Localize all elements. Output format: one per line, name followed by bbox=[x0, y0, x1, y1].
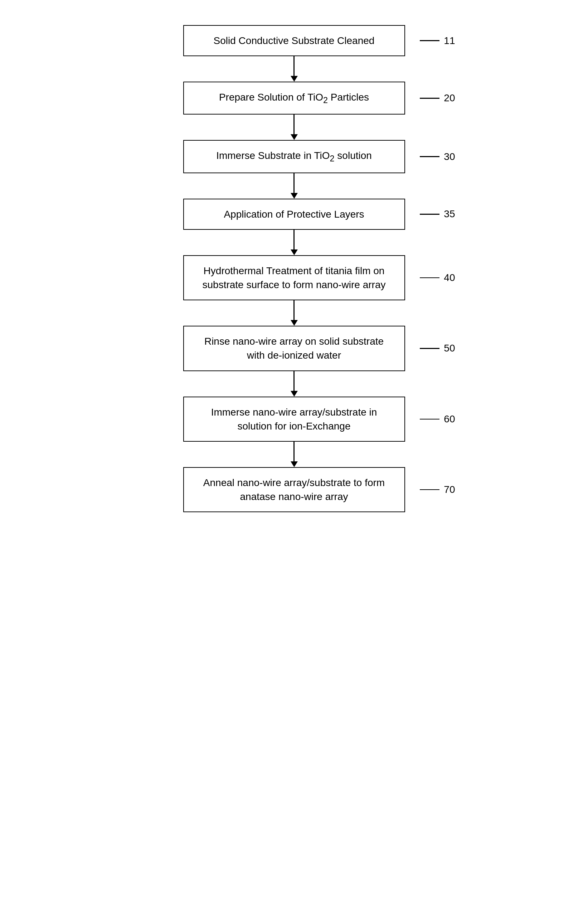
step-box-40: Hydrothermal Treatment of titania film o… bbox=[183, 255, 405, 300]
step-label-50: 50 bbox=[420, 342, 455, 354]
label-line-11 bbox=[420, 40, 439, 41]
arrow-4 bbox=[291, 230, 298, 255]
arrow-2 bbox=[291, 115, 298, 140]
step-label-20: 20 bbox=[420, 92, 455, 104]
arrow-head-7 bbox=[291, 462, 298, 467]
arrow-line-5 bbox=[294, 300, 294, 320]
step-label-11: 11 bbox=[420, 35, 455, 47]
label-line-35 bbox=[420, 214, 439, 215]
step-number-50: 50 bbox=[444, 342, 455, 354]
step-row-70: Anneal nano-wire array/substrate to form… bbox=[133, 467, 455, 512]
label-line-60 bbox=[420, 419, 439, 420]
arrow-6 bbox=[291, 371, 298, 397]
flowchart: Solid Conductive Substrate Cleaned 11 Pr… bbox=[133, 25, 455, 512]
step-box-30: Immerse Substrate in TiO2 solution bbox=[183, 140, 405, 173]
step-box-50: Rinse nano-wire array on solid substrate… bbox=[183, 326, 405, 371]
step-row-20: Prepare Solution of TiO2 Particles 20 bbox=[133, 82, 455, 115]
arrow-3 bbox=[291, 173, 298, 199]
arrow-head-6 bbox=[291, 391, 298, 397]
step-box-60: Immerse nano-wire array/substrate in sol… bbox=[183, 397, 405, 442]
label-line-50 bbox=[420, 348, 439, 349]
step-row-50: Rinse nano-wire array on solid substrate… bbox=[133, 326, 455, 371]
step-number-40: 40 bbox=[444, 272, 455, 284]
step-number-70: 70 bbox=[444, 484, 455, 496]
arrow-head-5 bbox=[291, 320, 298, 326]
arrow-line-1 bbox=[294, 56, 294, 76]
step-label-70: 70 bbox=[420, 484, 455, 496]
arrow-5 bbox=[291, 300, 298, 326]
step-row-30: Immerse Substrate in TiO2 solution 30 bbox=[133, 140, 455, 173]
step-number-20: 20 bbox=[444, 92, 455, 104]
step-row-40: Hydrothermal Treatment of titania film o… bbox=[133, 255, 455, 300]
step-number-30: 30 bbox=[444, 151, 455, 163]
step-row-35: Application of Protective Layers 35 bbox=[133, 199, 455, 230]
arrow-line-6 bbox=[294, 371, 294, 391]
arrow-1 bbox=[291, 56, 298, 82]
arrow-7 bbox=[291, 442, 298, 467]
step-label-60: 60 bbox=[420, 413, 455, 425]
step-label-40: 40 bbox=[420, 272, 455, 284]
step-number-11: 11 bbox=[444, 35, 455, 47]
arrow-line-2 bbox=[294, 115, 294, 134]
label-line-20 bbox=[420, 98, 439, 99]
label-line-70 bbox=[420, 489, 439, 491]
arrow-head-1 bbox=[291, 76, 298, 82]
arrow-head-2 bbox=[291, 134, 298, 140]
step-box-20: Prepare Solution of TiO2 Particles bbox=[183, 82, 405, 115]
arrow-head-4 bbox=[291, 250, 298, 255]
step-label-30: 30 bbox=[420, 151, 455, 163]
arrow-line-3 bbox=[294, 173, 294, 193]
step-box-70: Anneal nano-wire array/substrate to form… bbox=[183, 467, 405, 512]
label-line-40 bbox=[420, 278, 439, 278]
arrow-line-4 bbox=[294, 230, 294, 250]
label-line-30 bbox=[420, 156, 439, 157]
arrow-head-3 bbox=[291, 193, 298, 199]
arrow-line-7 bbox=[294, 442, 294, 462]
step-number-60: 60 bbox=[444, 413, 455, 425]
step-box-11: Solid Conductive Substrate Cleaned bbox=[183, 25, 405, 56]
step-box-35: Application of Protective Layers bbox=[183, 199, 405, 230]
step-number-35: 35 bbox=[444, 208, 455, 220]
step-row-60: Immerse nano-wire array/substrate in sol… bbox=[133, 397, 455, 442]
step-row-11: Solid Conductive Substrate Cleaned 11 bbox=[133, 25, 455, 56]
step-label-35: 35 bbox=[420, 208, 455, 220]
